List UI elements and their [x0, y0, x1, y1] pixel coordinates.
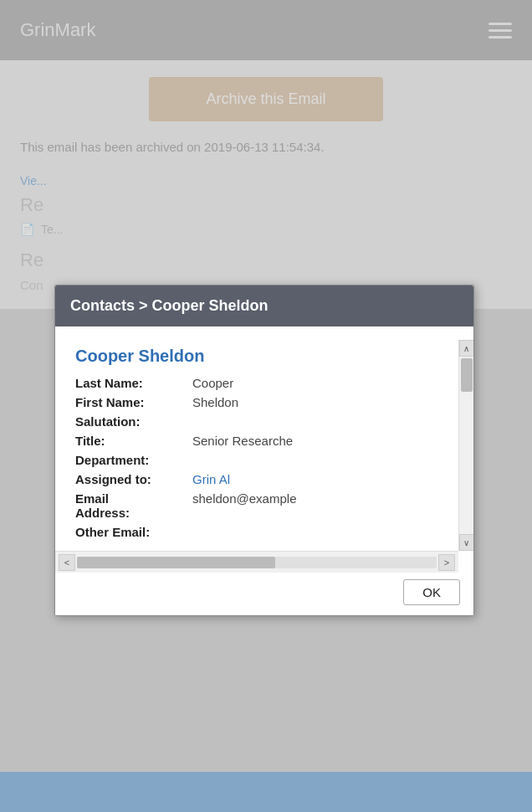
field-label-department: Department: [75, 453, 192, 467]
horizontal-scrollbar[interactable]: < > [55, 551, 458, 573]
field-title: Title: Senior Researche [75, 434, 445, 448]
scroll-down-arrow[interactable]: ∨ [459, 534, 474, 551]
field-label-assigned-to: Assigned to: [75, 472, 192, 486]
field-label-other-email: Other Email: [75, 525, 192, 539]
contact-name: Cooper Sheldon [75, 347, 445, 366]
field-value-first-name: Sheldon [192, 395, 445, 409]
modal-footer: OK [55, 573, 473, 615]
field-value-title: Senior Researche [192, 434, 445, 448]
modal-body: Cooper Sheldon Last Name: Cooper First N… [55, 326, 473, 573]
field-other-email: Other Email: [75, 525, 445, 539]
field-email: EmailAddress: sheldon@example [75, 491, 445, 520]
field-label-last-name: Last Name: [75, 376, 192, 390]
field-value-last-name: Cooper [192, 376, 445, 390]
field-value-assigned-to[interactable]: Grin Al [192, 472, 445, 486]
ok-button[interactable]: OK [403, 579, 460, 605]
hscroll-track[interactable] [77, 557, 437, 568]
field-label-salutation: Salutation: [75, 414, 192, 429]
field-last-name: Last Name: Cooper [75, 376, 445, 390]
scroll-track[interactable] [459, 393, 473, 534]
field-department: Department: [75, 453, 445, 467]
field-label-first-name: First Name: [75, 395, 192, 409]
field-value-email: sheldon@example [192, 491, 445, 506]
field-label-email: EmailAddress: [75, 491, 192, 520]
modal-header: Contacts > Cooper Sheldon [55, 285, 473, 326]
vertical-scrollbar[interactable]: ∧ ∨ [458, 340, 473, 551]
scroll-thumb[interactable] [461, 358, 473, 392]
field-salutation: Salutation: [75, 414, 445, 429]
modal-content-inner: Cooper Sheldon Last Name: Cooper First N… [55, 340, 458, 551]
hscroll-right-arrow[interactable]: > [438, 554, 455, 571]
hscroll-thumb[interactable] [77, 557, 275, 568]
scroll-up-arrow[interactable]: ∧ [459, 340, 474, 357]
field-first-name: First Name: Sheldon [75, 395, 445, 409]
contact-modal: Contacts > Cooper Sheldon Cooper Sheldon… [54, 285, 474, 616]
modal-scroll-area: Cooper Sheldon Last Name: Cooper First N… [55, 340, 473, 551]
field-assigned-to: Assigned to: Grin Al [75, 472, 445, 486]
hscroll-left-arrow[interactable]: < [59, 554, 75, 571]
field-label-title: Title: [75, 434, 192, 448]
